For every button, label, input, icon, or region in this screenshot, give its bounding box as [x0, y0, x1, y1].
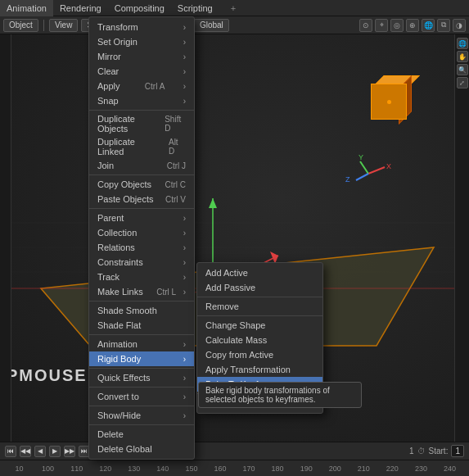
toolbar-icons: ⊙ ⌖ ◎ ⊕ 🌐 ⧉ ◑	[359, 19, 466, 32]
separator	[197, 297, 322, 297]
menu-item-join[interactable]: Join Ctrl J	[89, 158, 194, 173]
rb-apply-transform[interactable]: Apply Transformation	[197, 362, 322, 377]
timeline-first-btn[interactable]: ⏮	[5, 446, 16, 457]
svg-text:Z: Z	[345, 175, 350, 184]
menu-animation[interactable]: Animation	[0, 0, 53, 16]
mode-button[interactable]: Object	[3, 19, 38, 32]
arrow-icon: ›	[183, 229, 186, 238]
shading-icon[interactable]: ◑	[453, 19, 466, 32]
shortcut-apply: Ctrl A	[145, 82, 165, 91]
arrow-icon: ›	[183, 67, 186, 76]
frame-start-label: Start:	[429, 447, 449, 456]
menu-item-dup-objects[interactable]: Duplicate Objects Shift D	[89, 112, 194, 135]
arrow-icon: ›	[183, 38, 186, 47]
menu-item-convert[interactable]: Convert to ›	[89, 389, 194, 404]
global-button[interactable]: Global	[194, 19, 229, 32]
menu-compositing[interactable]: Compositing	[108, 0, 171, 16]
rb-copy-active[interactable]: Copy from Active	[197, 347, 322, 362]
menu-item-shade-smooth[interactable]: Shade Smooth	[89, 303, 194, 318]
menu-item-delete-global[interactable]: Delete Global	[89, 442, 194, 456]
arrow-icon: ›	[183, 411, 186, 420]
menu-item-transform[interactable]: Transform ›	[89, 20, 194, 34]
frame-current-label: 1	[409, 447, 414, 456]
menu-item-shade-flat[interactable]: Shade Flat	[89, 318, 194, 333]
rb-connect[interactable]: Connect	[197, 396, 322, 410]
arrow-icon: ›	[183, 23, 186, 32]
ruler-170: 170	[235, 465, 264, 473]
separator	[89, 110, 194, 111]
bottom-bar: ⏮ ◀◀ ◀ ▶ ▶▶ ⏭ 1 ⏱ Start: 1 10 100 110 12…	[0, 442, 469, 476]
menu-item-parent[interactable]: Parent ›	[89, 211, 194, 225]
menu-item-apply[interactable]: Apply Ctrl A ›	[89, 79, 194, 93]
arrow-icon: ›	[183, 258, 186, 267]
object-context-menu[interactable]: Transform › Set Origin › Mirror › Clear …	[88, 16, 195, 460]
separator	[89, 424, 194, 425]
menu-item-animation[interactable]: Animation ›	[89, 337, 194, 351]
rb-add-passive[interactable]: Add Passive	[197, 280, 322, 295]
ruler-120: 120	[91, 465, 120, 473]
menu-item-rigid-body[interactable]: Rigid Body ›	[89, 351, 194, 366]
separator	[89, 301, 194, 301]
timeline-ruler[interactable]: 10 100 110 120 130 140 150 160 170 180 1…	[0, 460, 469, 476]
transform-icon[interactable]: ⊕	[406, 19, 419, 32]
ruler-10: 10	[5, 465, 34, 473]
rb-change-shape[interactable]: Change Shape	[197, 318, 322, 333]
timeline-next-btn[interactable]: ▶▶	[64, 446, 75, 457]
menu-item-mirror[interactable]: Mirror ›	[89, 49, 194, 64]
svg-line-18	[356, 174, 368, 180]
menu-item-constraints[interactable]: Constraints ›	[89, 255, 194, 270]
timeline-play-btn[interactable]: ▶	[49, 446, 61, 457]
right-icon-3[interactable]: 🔍	[457, 64, 468, 75]
frame-start-value[interactable]: 1	[451, 445, 464, 457]
menu-item-delete[interactable]: Delete	[89, 427, 194, 442]
right-icon-1[interactable]: 🌐	[457, 38, 468, 49]
overlay-icon[interactable]: ⧉	[437, 19, 450, 32]
menu-item-dup-linked[interactable]: Duplicate Linked Alt D	[89, 135, 194, 158]
menu-item-copy[interactable]: Copy Objects Ctrl C	[89, 177, 194, 192]
fps-icon: ⏱	[417, 447, 426, 456]
menu-item-track[interactable]: Track ›	[89, 270, 194, 284]
menu-rendering[interactable]: Rendering	[53, 0, 108, 16]
menu-item-make-links[interactable]: Make Links Ctrl L ›	[89, 284, 194, 299]
cube-center-dot	[387, 100, 391, 104]
arrow-icon: ›	[183, 214, 186, 223]
menu-item-quick-effects[interactable]: Quick Effects ›	[89, 370, 194, 385]
rigid-body-submenu[interactable]: Add Active Add Passive Remove Change Sha…	[196, 262, 323, 414]
rb-bake-keyframes[interactable]: Bake To Keyframes	[197, 377, 322, 392]
menu-item-set-origin[interactable]: Set Origin ›	[89, 34, 194, 49]
svg-line-16	[360, 161, 368, 174]
menu-item-snap[interactable]: Snap ›	[89, 93, 194, 108]
snap-icon[interactable]: ⌖	[375, 19, 388, 32]
right-icon-4[interactable]: ⤢	[457, 77, 468, 88]
top-menubar: Animation Rendering Compositing Scriptin…	[0, 0, 469, 16]
shortcut-dup-linked: Alt D	[169, 138, 186, 156]
proportional-icon[interactable]: ◎	[390, 19, 404, 32]
separator-1	[43, 20, 44, 31]
right-icon-2[interactable]: ✋	[457, 51, 468, 62]
svg-text:X: X	[386, 162, 391, 170]
svg-line-14	[368, 167, 385, 174]
menu-item-clear[interactable]: Clear ›	[89, 64, 194, 79]
arrow-icon: ›	[183, 340, 186, 349]
rb-remove[interactable]: Remove	[197, 299, 322, 314]
timeline-prev-btn[interactable]: ◀	[34, 446, 46, 457]
prop-edit-icon[interactable]: ⊙	[359, 19, 372, 32]
menu-item-relations[interactable]: Relations ›	[89, 240, 194, 255]
ruler-220: 220	[378, 465, 407, 473]
menu-scripting[interactable]: Scripting	[171, 0, 219, 16]
view3d-icon[interactable]: 🌐	[422, 19, 435, 32]
view-button[interactable]: View	[49, 19, 79, 32]
arrow-icon: ›	[183, 52, 186, 61]
timeline-prev-key-btn[interactable]: ◀◀	[20, 446, 31, 457]
separator	[197, 393, 322, 394]
menu-item-collection[interactable]: Collection ›	[89, 225, 194, 240]
right-panel: 🌐 ✋ 🔍 ⤢	[454, 34, 469, 442]
ruler-190: 190	[292, 465, 321, 473]
ruler-180: 180	[264, 465, 292, 473]
menu-item-show-hide[interactable]: Show/Hide ›	[89, 408, 194, 423]
rb-calculate-mass[interactable]: Calculate Mass	[197, 333, 322, 347]
menu-item-paste[interactable]: Paste Objects Ctrl V	[89, 192, 194, 206]
rb-add-active[interactable]: Add Active	[197, 265, 322, 280]
separator	[89, 175, 194, 175]
arrow-icon: ›	[183, 82, 186, 91]
